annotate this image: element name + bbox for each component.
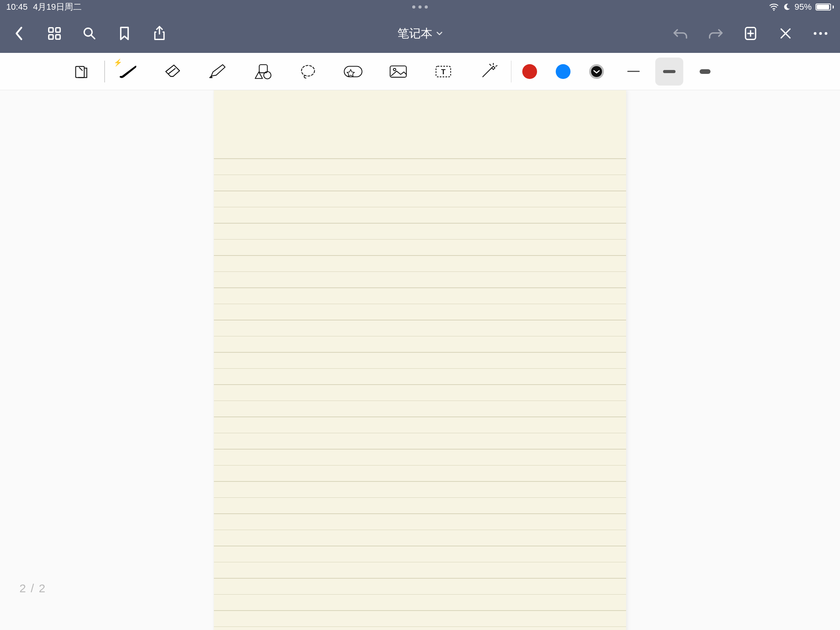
svg-point-15 (825, 32, 828, 35)
svg-line-30 (495, 65, 497, 66)
svg-text:T: T (441, 68, 446, 76)
app-nav-bar: 笔记本 (0, 14, 840, 53)
tool-group-color (522, 53, 604, 90)
eraser-tool[interactable] (161, 60, 184, 83)
svg-rect-1 (49, 28, 53, 32)
svg-point-25 (393, 68, 396, 70)
note-page[interactable] (214, 90, 626, 630)
chevron-down-icon (436, 30, 443, 38)
share-button[interactable] (148, 22, 171, 45)
nav-right (669, 22, 832, 45)
color-red[interactable] (522, 64, 537, 79)
image-tool[interactable] (387, 60, 410, 83)
close-edit-button[interactable] (774, 22, 797, 45)
svg-point-22 (301, 65, 315, 76)
svg-line-31 (490, 64, 491, 65)
back-button[interactable] (8, 22, 31, 45)
bookmark-button[interactable] (113, 22, 136, 45)
svg-line-6 (91, 35, 95, 39)
notebook-title-dropdown[interactable]: 笔记本 (397, 26, 443, 42)
toolbar-divider (104, 61, 105, 82)
tool-group-main (70, 53, 93, 90)
highlighter-tool[interactable] (206, 60, 229, 83)
svg-point-14 (819, 32, 822, 35)
toolbar-divider (511, 61, 512, 82)
bluetooth-icon: ⚡ (114, 58, 122, 67)
sticker-tool[interactable] (341, 60, 365, 83)
do-not-disturb-icon (783, 3, 791, 11)
status-right: 95% (769, 2, 834, 12)
thumbnails-button[interactable] (43, 22, 66, 45)
svg-rect-2 (56, 28, 60, 32)
status-time: 10:45 (6, 2, 28, 12)
drawing-toolbar: ⚡ T (0, 53, 840, 90)
color-blue[interactable] (556, 64, 570, 79)
svg-rect-3 (49, 35, 53, 39)
more-button[interactable] (809, 22, 832, 45)
undo-button[interactable] (669, 22, 692, 45)
wifi-icon (769, 3, 779, 11)
color-more[interactable] (589, 64, 604, 79)
page-indicator: 2 / 2 (19, 582, 46, 595)
svg-rect-4 (56, 35, 60, 39)
notebook-title-label: 笔记本 (397, 26, 432, 42)
tool-group-draw: ⚡ T (116, 53, 500, 90)
pen-tool[interactable]: ⚡ (116, 60, 139, 83)
text-tool[interactable]: T (432, 60, 455, 83)
battery-percent: 95% (794, 2, 812, 12)
nav-left (8, 22, 171, 45)
redo-button[interactable] (704, 22, 727, 45)
status-left: 10:45 4月19日周二 (6, 1, 82, 13)
lasso-tool[interactable] (296, 60, 320, 83)
battery-icon (816, 4, 834, 10)
search-button[interactable] (78, 22, 101, 45)
shape-tool[interactable] (251, 60, 275, 83)
tool-group-stroke (620, 53, 719, 90)
svg-point-12 (785, 33, 786, 34)
stroke-thick[interactable] (691, 58, 719, 86)
canvas-area[interactable]: 2 / 2 (0, 90, 840, 630)
svg-line-28 (483, 68, 492, 77)
svg-point-13 (814, 32, 817, 35)
add-page-button[interactable] (739, 22, 762, 45)
svg-point-0 (773, 10, 774, 11)
magic-tool[interactable] (477, 60, 500, 83)
svg-point-21 (264, 72, 271, 79)
stroke-thin[interactable] (620, 58, 648, 86)
read-mode-tool[interactable] (70, 60, 93, 83)
ipad-status-bar: 10:45 4月19日周二 95% (0, 0, 840, 14)
svg-point-17 (119, 76, 122, 78)
stroke-medium[interactable] (655, 58, 683, 86)
multitask-dots[interactable] (412, 5, 428, 9)
status-date: 4月19日周二 (33, 1, 82, 13)
